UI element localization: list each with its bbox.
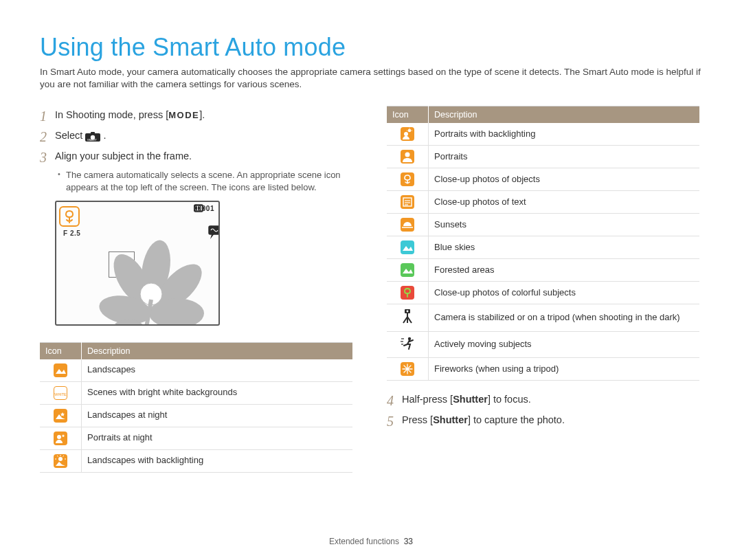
step-number: 1 <box>40 109 55 124</box>
svg-line-28 <box>63 456 65 457</box>
desc-cell: Actively moving subjects <box>429 332 700 358</box>
shutter-key: Shutter <box>433 414 468 425</box>
mode-key: MODE <box>168 110 199 120</box>
step-3: 3 Align your subject in the frame. <box>40 147 352 168</box>
table-row: Blue skies <box>387 236 699 259</box>
svg-rect-8 <box>203 207 204 210</box>
svg-rect-10 <box>198 207 200 210</box>
step-text: ] to focus. <box>488 394 531 405</box>
svg-point-33 <box>404 132 408 136</box>
manual-page: Using the Smart Auto mode In Smart Auto … <box>0 0 742 560</box>
table-row: Portraits <box>387 146 699 168</box>
tripod-icon <box>401 309 414 327</box>
th-icon: Icon <box>40 342 82 359</box>
page-footer: Extended functions 33 <box>0 537 742 546</box>
table-row: WHITE Scenes with bright white backgroun… <box>40 381 352 404</box>
table-row: Close-up photos of text <box>387 191 699 214</box>
icon-table-right: Icon Description Portraits with backligh… <box>387 106 699 381</box>
desc-cell: Forested areas <box>429 259 700 282</box>
desc-cell: Landscapes at night <box>82 404 353 427</box>
svg-point-54 <box>406 368 409 370</box>
step-text: ]. <box>199 109 205 120</box>
action-icon <box>400 336 415 353</box>
desc-cell: Landscapes <box>82 359 353 382</box>
svg-point-23 <box>58 457 63 461</box>
table-row: Landscapes with backlighting <box>40 449 352 472</box>
desc-cell: Portraits <box>429 146 700 168</box>
icon-table-left: Icon Description Landscapes WHITE Scenes… <box>40 342 352 473</box>
step-text: Half-press [ <box>402 394 453 405</box>
table-row: Landscapes <box>40 359 352 382</box>
desc-cell: Close-up photos of text <box>429 191 700 214</box>
step-text: . <box>103 130 106 141</box>
stabilizer-icon <box>208 225 220 235</box>
colorful-macro-icon <box>401 286 414 300</box>
th-desc: Description <box>82 342 353 359</box>
page-title: Using the Smart Auto mode <box>40 33 702 62</box>
table-row: Forested areas <box>387 259 699 282</box>
intro-text: In Smart Auto mode, your camera automati… <box>40 66 702 91</box>
table-row: Portraits with backlighting <box>387 123 699 146</box>
left-column: 1 In Shooting mode, press [MODE]. 2 Sele… <box>40 106 352 482</box>
svg-line-27 <box>57 456 58 457</box>
table-row: Sunsets <box>387 214 699 236</box>
step-body: Select SMART . <box>55 129 352 143</box>
svg-rect-9 <box>195 207 197 210</box>
svg-point-34 <box>405 153 410 157</box>
table-row: Camera is stabilized or on a tripod (whe… <box>387 304 699 332</box>
svg-text:WHITE: WHITE <box>54 392 67 396</box>
night-landscape-icon <box>54 409 67 423</box>
th-icon: Icon <box>387 107 429 124</box>
battery-icon <box>194 205 205 212</box>
night-portrait-icon <box>54 432 67 445</box>
step-4: 4 Half-press [Shutter] to focus. <box>387 390 699 411</box>
step-text: Align your subject in the frame. <box>55 150 352 164</box>
shutter-key: Shutter <box>453 394 488 405</box>
page-number: 33 <box>404 537 413 546</box>
svg-rect-1 <box>91 132 95 134</box>
svg-point-22 <box>57 435 61 439</box>
desc-cell: Portraits at night <box>82 427 353 449</box>
backlit-portrait-icon <box>401 127 414 141</box>
desc-cell: Fireworks (when using a tripod) <box>429 358 700 381</box>
th-desc: Description <box>429 107 700 124</box>
desc-cell: Portraits with backlighting <box>429 123 700 146</box>
lcd-topbar: 00001 <box>194 205 214 212</box>
table-row: Close-up photos of objects <box>387 168 699 191</box>
landscape-icon <box>54 363 67 377</box>
macro-icon <box>59 206 80 227</box>
macro-object-icon <box>401 172 414 186</box>
flower-graphic <box>77 231 207 326</box>
step-text: ] to capture the photo. <box>468 414 565 425</box>
macro-text-icon <box>401 195 414 209</box>
step-text: Press [ <box>402 414 433 425</box>
fireworks-icon <box>401 362 414 376</box>
table-row: Fireworks (when using a tripod) <box>387 358 699 381</box>
svg-point-41 <box>407 311 409 313</box>
desc-cell: Camera is stabilized or on a tripod (whe… <box>429 304 700 332</box>
steps-list-right: 4 Half-press [Shutter] to focus. 5 Press… <box>387 390 699 432</box>
table-row: Portraits at night <box>40 427 352 449</box>
svg-point-29 <box>408 129 412 133</box>
desc-cell: Scenes with bright white backgrounds <box>82 381 353 404</box>
forest-icon <box>401 263 414 277</box>
step-number: 5 <box>387 414 402 429</box>
step-body: Press [Shutter] to capture the photo. <box>402 414 699 427</box>
svg-text:SMART: SMART <box>87 138 97 142</box>
footer-section: Extended functions <box>329 537 399 546</box>
smart-camera-icon: SMART <box>85 132 100 142</box>
desc-cell: Landscapes with backlighting <box>82 449 353 472</box>
sunset-icon <box>401 218 414 232</box>
table-row: Actively moving subjects <box>387 332 699 358</box>
desc-cell: Close-up photos of objects <box>429 168 700 191</box>
lcd-preview: 00001 F 2.5 M A <box>55 201 220 326</box>
step-body: Half-press [Shutter] to focus. <box>402 393 699 407</box>
step-1: 1 In Shooting mode, press [MODE]. <box>40 106 352 126</box>
table-row: Landscapes at night <box>40 404 352 427</box>
portrait-icon <box>401 150 414 164</box>
right-column: Icon Description Portraits with backligh… <box>387 106 699 482</box>
step-number: 2 <box>40 129 55 144</box>
desc-cell: Blue skies <box>429 236 700 259</box>
step-text: Select <box>55 130 85 141</box>
desc-cell: Close-up photos of colorful subjects <box>429 282 700 304</box>
